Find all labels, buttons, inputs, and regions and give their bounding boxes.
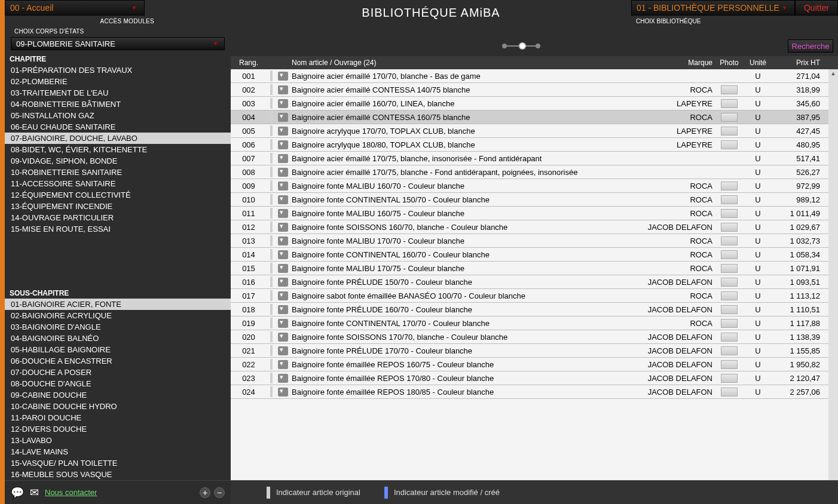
thumbnail[interactable]: [721, 182, 738, 190]
sous-chapitre-item[interactable]: 06-DOUCHE A ENCASTRER: [5, 355, 231, 367]
thumbnail[interactable]: [721, 278, 738, 287]
table-row[interactable]: 015Baignoire fonte MALIBU 170/75 - Coule…: [231, 262, 828, 275]
table-row[interactable]: 021Baignoire fonte PRÉLUDE 170/70 - Coul…: [231, 344, 828, 358]
thumbnail[interactable]: [721, 85, 738, 94]
thumbnail[interactable]: [721, 305, 738, 314]
table-row[interactable]: 023Baignoire fonte émaillée REPOS 170/80…: [231, 371, 828, 385]
sous-chapitre-item[interactable]: 14-LAVE MAINS: [5, 446, 231, 457]
row-expand-icon[interactable]: [278, 140, 288, 149]
chapitre-item[interactable]: 13-ÉQUIPEMENT INCENDIE: [5, 201, 231, 212]
thumbnail[interactable]: [721, 209, 738, 218]
thumbnail[interactable]: [721, 264, 738, 273]
row-expand-icon[interactable]: [278, 85, 288, 94]
row-expand-icon[interactable]: [278, 72, 288, 81]
row-expand-icon[interactable]: [278, 209, 288, 218]
row-expand-icon[interactable]: [278, 195, 288, 204]
table-row[interactable]: 016Baignoire fonte PRÉLUDE 150/70 - Coul…: [231, 275, 828, 289]
sous-chapitre-item[interactable]: 03-BAIGNOIRE D'ANGLE: [5, 321, 231, 333]
chapitre-item[interactable]: 09-VIDAGE, SIPHON, BONDE: [5, 155, 231, 167]
chapitre-item[interactable]: 11-ACCESSOIRE SANITAIRE: [5, 178, 231, 189]
row-expand-icon[interactable]: [278, 168, 288, 177]
view-slider[interactable]: [504, 45, 538, 47]
chat-icon[interactable]: 💬: [11, 486, 24, 499]
row-expand-icon[interactable]: [278, 319, 288, 328]
table-row[interactable]: 014Baignoire fonte CONTINENTAL 160/70 - …: [231, 248, 828, 262]
col-marque[interactable]: Marque: [638, 59, 716, 67]
table-row[interactable]: 012Baignoire fonte SOISSONS 160/70, blan…: [231, 220, 828, 234]
scroll-up-icon[interactable]: ▲: [829, 69, 837, 78]
table-row[interactable]: 022Baignoire fonte émaillée REPOS 160/75…: [231, 358, 828, 371]
sous-chapitre-item[interactable]: 13-LAVABO: [5, 435, 231, 446]
table-row[interactable]: 004Baignoire acier émaillé CONTESSA 160/…: [231, 110, 828, 124]
table-row[interactable]: 017Baignoire sabot fonte émaillée BANASÉ…: [231, 289, 828, 303]
sous-chapitre-item[interactable]: 10-CABINE DOUCHE HYDRO: [5, 401, 231, 412]
row-expand-icon[interactable]: [278, 278, 288, 287]
sous-chapitre-item[interactable]: 08-DOUCHE D'ANGLE: [5, 378, 231, 389]
row-expand-icon[interactable]: [278, 360, 288, 369]
row-expand-icon[interactable]: [278, 388, 288, 397]
bibliotheque-dropdown[interactable]: 01 - BIBLIOTHÈQUE PERSONNELLE ▼: [631, 0, 795, 16]
sous-chapitre-item[interactable]: 09-CABINE DOUCHE: [5, 389, 231, 401]
thumbnail[interactable]: [721, 346, 738, 355]
chapitre-item[interactable]: 04-ROBINETTERIE BÂTIMENT: [5, 99, 231, 110]
table-row[interactable]: 019Baignoire fonte CONTINENTAL 170/70 - …: [231, 316, 828, 330]
row-expand-icon[interactable]: [278, 346, 288, 355]
thumbnail[interactable]: [721, 319, 738, 328]
corps-etats-dropdown[interactable]: 09-PLOMBERIE SANITAIRE ▼: [11, 37, 225, 50]
table-row[interactable]: 020Baignoire fonte SOISSONS 170/70, blan…: [231, 330, 828, 344]
zoom-out-button[interactable]: −: [214, 487, 225, 498]
thumbnail[interactable]: [721, 195, 738, 204]
thumbnail[interactable]: [721, 140, 738, 149]
thumbnail[interactable]: [721, 99, 738, 108]
table-row[interactable]: 002Baignoire acier émaillé CONTESSA 140/…: [231, 83, 828, 97]
table-row[interactable]: 008Baignoire acier émaillé 170/75, blanc…: [231, 165, 828, 179]
thumbnail[interactable]: [721, 223, 738, 232]
quitter-button[interactable]: Quitter: [795, 0, 838, 16]
col-photo[interactable]: Photo: [716, 59, 742, 67]
thumbnail[interactable]: [721, 250, 738, 259]
table-row[interactable]: 005Baignoire acrylyque 170/70, TOPLAX CL…: [231, 124, 828, 138]
sous-chapitre-item[interactable]: 05-HABILLAGE BAIGNOIRE: [5, 344, 231, 355]
col-rang[interactable]: Rang.: [231, 59, 267, 67]
row-expand-icon[interactable]: [278, 374, 288, 383]
thumbnail[interactable]: [721, 113, 738, 122]
recherche-button[interactable]: Recherche: [788, 39, 833, 53]
table-row[interactable]: 007Baignoire acier émaillé 170/75, blanc…: [231, 152, 828, 165]
table-row[interactable]: 006Baignoire acrylyque 180/80, TOPLAX CL…: [231, 138, 828, 152]
table-row[interactable]: 018Baignoire fonte PRÉLUDE 160/70 - Coul…: [231, 303, 828, 316]
col-prix[interactable]: Prix HT: [773, 59, 828, 67]
thumbnail[interactable]: [721, 374, 738, 383]
chapitre-item[interactable]: 15-MISE EN ROUTE, ESSAI: [5, 223, 231, 235]
chapitre-item[interactable]: 01-PRÉPARATION DES TRAVAUX: [5, 64, 231, 76]
contact-link[interactable]: Nous contacter: [45, 488, 97, 497]
chapitre-item[interactable]: 12-ÉQUIPEMENT COLLECTIVITÉ: [5, 189, 231, 201]
row-expand-icon[interactable]: [278, 305, 288, 314]
thumbnail[interactable]: [721, 127, 738, 136]
row-expand-icon[interactable]: [278, 264, 288, 273]
row-expand-icon[interactable]: [278, 223, 288, 232]
sous-chapitre-item[interactable]: 01-BAIGNOIRE ACIER, FONTE: [5, 299, 231, 310]
scrollbar[interactable]: ▲: [828, 69, 838, 480]
sous-chapitre-item[interactable]: 12-DIVERS DOUCHE: [5, 423, 231, 435]
row-expand-icon[interactable]: [278, 236, 288, 245]
row-expand-icon[interactable]: [278, 250, 288, 259]
table-row[interactable]: 003Baignoire acier émaillé 160/70, LINEA…: [231, 97, 828, 110]
table-row[interactable]: 024Baignoire fonte émaillée REPOS 180/85…: [231, 385, 828, 399]
col-name[interactable]: Nom article / Ouvrage (24): [289, 59, 638, 67]
sous-chapitre-item[interactable]: 04-BAIGNOIRE BALNÉO: [5, 333, 231, 344]
row-expand-icon[interactable]: [278, 333, 288, 342]
chapitre-item[interactable]: 02-PLOMBERIE: [5, 76, 231, 87]
thumbnail[interactable]: [721, 360, 738, 369]
row-expand-icon[interactable]: [278, 113, 288, 122]
chapitre-item[interactable]: 14-OUVRAGE PARTICULIER: [5, 212, 231, 223]
thumbnail[interactable]: [721, 388, 738, 397]
col-unite[interactable]: Unité: [742, 59, 773, 67]
row-expand-icon[interactable]: [278, 182, 288, 190]
table-row[interactable]: 001Baignoire acier émaillé 170/70, blanc…: [231, 69, 828, 83]
sous-chapitre-item[interactable]: 11-PAROI DOUCHE: [5, 412, 231, 423]
thumbnail[interactable]: [721, 333, 738, 342]
sous-chapitre-item[interactable]: 02-BAIGNOIRE ACRYLIQUE: [5, 310, 231, 321]
row-expand-icon[interactable]: [278, 127, 288, 136]
chapitre-item[interactable]: 10-ROBINETTERIE SANITAIRE: [5, 167, 231, 178]
table-row[interactable]: 013Baignoire fonte MALIBU 170/70 - Coule…: [231, 234, 828, 248]
